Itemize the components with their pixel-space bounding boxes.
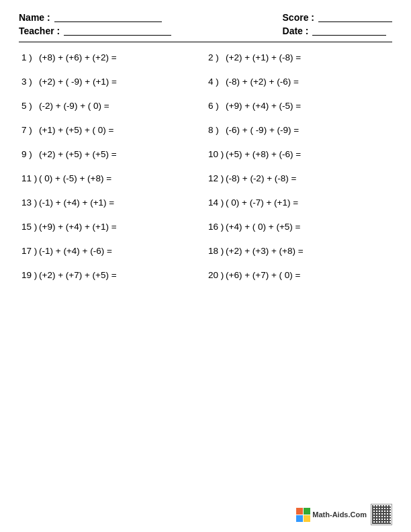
logo-cell-yellow	[304, 515, 310, 522]
problem-num-3: 3 )	[21, 77, 39, 87]
problem-num-17: 17 )	[21, 246, 39, 256]
problem-expr-19: (+2) + (+7) + (+5) =	[39, 270, 203, 280]
problem-expr-13: (-1) + (+4) + (+1) =	[39, 197, 203, 208]
problem-expr-9: (+2) + (+5) + (+5) =	[39, 149, 203, 159]
date-line	[312, 26, 386, 36]
problem-11: 11 )( 0) + (-5) + (+8) =	[19, 166, 205, 190]
problem-num-19: 19 )	[21, 270, 39, 280]
name-row: Name :	[19, 12, 171, 23]
problem-num-7: 7 )	[21, 125, 39, 135]
qr-pattern	[372, 505, 391, 524]
problem-19: 19 )(+2) + (+7) + (+5) =	[19, 263, 205, 287]
footer: Math-Aids.Com	[296, 504, 392, 525]
problem-13: 13 )(-1) + (+4) + (+1) =	[19, 190, 205, 214]
score-line	[318, 13, 392, 22]
logo-grid-icon	[296, 508, 310, 522]
problem-10: 10 )(+5) + (+8) + (-6) =	[205, 142, 392, 166]
problem-17: 17 )(-1) + (+4) + (-6) =	[19, 238, 205, 263]
problem-num-1: 1 )	[21, 52, 39, 62]
problem-9: 9 )(+2) + (+5) + (+5) =	[19, 142, 205, 166]
problem-expr-17: (-1) + (+4) + (-6) =	[39, 246, 203, 256]
problem-20: 20 )(+6) + (+7) + ( 0) =	[205, 263, 392, 287]
problem-3: 3 )(+2) + ( -9) + (+1) =	[19, 69, 205, 93]
problem-num-14: 14 )	[208, 197, 226, 208]
problem-expr-5: (-2) + (-9) + ( 0) =	[39, 101, 203, 111]
problem-expr-6: (+9) + (+4) + (-5) =	[226, 101, 390, 111]
logo-cell-red	[296, 508, 303, 515]
name-line	[54, 13, 162, 22]
problems-grid: 1 )(+8) + (+6) + (+2) =2 )(+2) + (+1) + …	[19, 45, 392, 287]
problem-expr-14: ( 0) + (-7) + (+1) =	[226, 197, 390, 208]
site-name: Math-Aids.Com	[312, 511, 367, 519]
problem-16: 16 )(+4) + ( 0) + (+5) =	[205, 214, 392, 238]
problem-num-11: 11 )	[21, 173, 39, 183]
problem-num-15: 15 )	[21, 222, 39, 232]
problem-expr-16: (+4) + ( 0) + (+5) =	[226, 222, 390, 232]
qr-code	[371, 504, 392, 525]
teacher-line	[64, 26, 171, 36]
problem-6: 6 )(+9) + (+4) + (-5) =	[205, 93, 392, 118]
problem-expr-2: (+2) + (+1) + (-8) =	[226, 52, 390, 62]
problem-2: 2 )(+2) + (+1) + (-8) =	[205, 45, 392, 69]
problem-18: 18 )(+2) + (+3) + (+8) =	[205, 238, 392, 263]
problem-num-10: 10 )	[208, 149, 226, 159]
problem-num-5: 5 )	[21, 101, 39, 111]
problem-15: 15 )(+9) + (+4) + (+1) =	[19, 214, 205, 238]
header-right: Score : Date :	[283, 12, 392, 36]
worksheet-page: Name : Teacher : Score : Date : 1 )(+8) …	[0, 0, 411, 532]
problem-num-20: 20 )	[208, 270, 226, 280]
problem-expr-8: (-6) + ( -9) + (-9) =	[226, 125, 390, 135]
problem-expr-3: (+2) + ( -9) + (+1) =	[39, 77, 203, 87]
problem-8: 8 )(-6) + ( -9) + (-9) =	[205, 118, 392, 142]
header-divider	[19, 42, 392, 42]
problem-expr-12: (-8) + (-2) + (-8) =	[226, 173, 390, 183]
problem-4: 4 )(-8) + (+2) + (-6) =	[205, 69, 392, 93]
problem-num-6: 6 )	[208, 101, 226, 111]
problem-expr-1: (+8) + (+6) + (+2) =	[39, 52, 203, 62]
problem-expr-20: (+6) + (+7) + ( 0) =	[226, 270, 390, 280]
problem-num-18: 18 )	[208, 246, 226, 256]
problem-expr-18: (+2) + (+3) + (+8) =	[226, 246, 390, 256]
problem-num-16: 16 )	[208, 222, 226, 232]
problem-expr-7: (+1) + (+5) + ( 0) =	[39, 125, 203, 135]
math-aids-logo: Math-Aids.Com	[296, 508, 367, 522]
problem-num-12: 12 )	[208, 173, 226, 183]
teacher-row: Teacher :	[19, 26, 171, 36]
date-label: Date :	[283, 26, 309, 36]
logo-cell-blue	[296, 515, 303, 522]
name-label: Name :	[19, 12, 50, 23]
teacher-label: Teacher :	[19, 26, 60, 36]
problem-expr-15: (+9) + (+4) + (+1) =	[39, 222, 203, 232]
problem-expr-10: (+5) + (+8) + (-6) =	[226, 149, 390, 159]
problem-num-2: 2 )	[208, 52, 226, 62]
problem-12: 12 )(-8) + (-2) + (-8) =	[205, 166, 392, 190]
header: Name : Teacher : Score : Date :	[19, 12, 392, 36]
header-left: Name : Teacher :	[19, 12, 171, 36]
problem-num-8: 8 )	[208, 125, 226, 135]
date-row: Date :	[283, 26, 392, 36]
problem-expr-11: ( 0) + (-5) + (+8) =	[39, 173, 203, 183]
problem-1: 1 )(+8) + (+6) + (+2) =	[19, 45, 205, 69]
problem-num-13: 13 )	[21, 197, 39, 208]
problem-num-4: 4 )	[208, 77, 226, 87]
score-row: Score :	[283, 12, 392, 23]
logo-cell-green	[304, 508, 310, 515]
problem-14: 14 )( 0) + (-7) + (+1) =	[205, 190, 392, 214]
problem-5: 5 )(-2) + (-9) + ( 0) =	[19, 93, 205, 118]
problem-expr-4: (-8) + (+2) + (-6) =	[226, 77, 390, 87]
problem-7: 7 )(+1) + (+5) + ( 0) =	[19, 118, 205, 142]
problem-num-9: 9 )	[21, 149, 39, 159]
score-label: Score :	[283, 12, 314, 23]
